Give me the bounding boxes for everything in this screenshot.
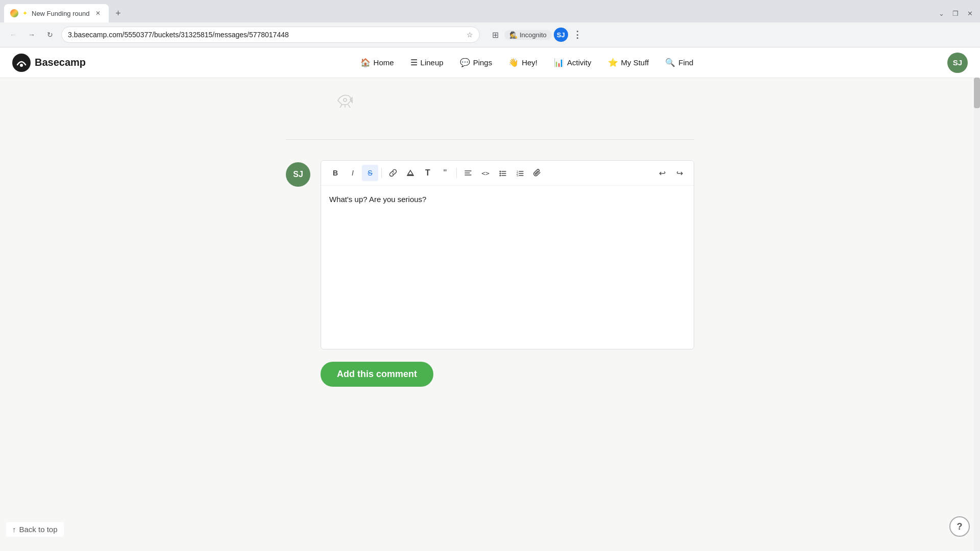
svg-point-0 <box>12 54 31 72</box>
browser-actions: ⊞ 🕵 Incognito SJ ⋮ <box>488 28 584 42</box>
back-to-top-arrow-icon: ↑ <box>12 525 16 534</box>
tab-bar: ✦ New Funding round ✕ + ⌄ ❐ ✕ <box>0 0 980 22</box>
nav-mystuff-label: My Stuff <box>621 58 649 67</box>
tab-title: New Funding round <box>32 10 89 17</box>
svg-point-10 <box>500 173 501 174</box>
nav-hey[interactable]: 👋 Hey! <box>501 54 545 71</box>
strikethrough-button[interactable]: S <box>362 165 378 181</box>
nav-pings[interactable]: 💬 Pings <box>453 54 500 71</box>
refresh-button[interactable]: ↻ <box>43 28 57 42</box>
nav-lineup[interactable]: ☰ Lineup <box>403 54 451 71</box>
incognito-badge: 🕵 Incognito <box>504 30 552 40</box>
content-wrapper: SJ B I S <box>276 78 704 387</box>
numbered-list-button[interactable]: 1. 2. 3. <box>512 165 528 181</box>
forward-button[interactable]: → <box>24 28 39 42</box>
nav-mystuff[interactable]: ⭐ My Stuff <box>601 54 656 71</box>
link-icon <box>389 169 397 177</box>
active-tab[interactable]: ✦ New Funding round ✕ <box>4 4 109 22</box>
back-button[interactable]: ← <box>6 28 20 42</box>
text-size-button[interactable]: T <box>420 165 436 181</box>
mystuff-icon: ⭐ <box>608 58 618 67</box>
main-content: SJ B I S <box>0 78 980 551</box>
attachment-button[interactable] <box>529 165 546 181</box>
comment-section: SJ B I S <box>286 78 694 387</box>
maximize-button[interactable]: ❐ <box>949 7 962 19</box>
comment-row: SJ B I S <box>286 160 694 349</box>
address-bar[interactable]: 3.basecamp.com/5550377/buckets/31325815/… <box>61 27 480 43</box>
bullet-list-icon <box>499 169 507 177</box>
profile-button[interactable]: SJ <box>554 28 568 42</box>
scrollbar-thumb[interactable] <box>974 78 980 108</box>
svg-text:3.: 3. <box>517 174 519 177</box>
nav-pings-label: Pings <box>473 58 493 67</box>
hey-icon: 👋 <box>508 58 519 67</box>
tab-star-icon: ✦ <box>22 10 28 17</box>
quote-button[interactable]: " <box>437 165 453 181</box>
link-button[interactable] <box>385 165 401 181</box>
minimize-button[interactable]: ⌄ <box>935 7 947 19</box>
bookmark-icon[interactable]: ☆ <box>467 31 473 39</box>
toolbar-sep-1 <box>381 168 382 178</box>
extensions-button[interactable]: ⊞ <box>488 28 502 42</box>
submit-area: Add this comment <box>321 362 694 387</box>
svg-point-8 <box>500 171 501 172</box>
back-to-top-button[interactable]: ↑ Back to top <box>6 522 64 537</box>
bold-button[interactable]: B <box>327 165 344 181</box>
nav-lineup-label: Lineup <box>421 58 444 67</box>
nav-find[interactable]: 🔍 Find <box>658 54 700 71</box>
nav-home[interactable]: 🏠 Home <box>353 54 401 71</box>
svg-point-1 <box>20 64 23 67</box>
code-button[interactable]: <> <box>477 165 494 181</box>
bc-logo-text: Basecamp <box>35 57 86 68</box>
nav-activity[interactable]: 📊 Activity <box>547 54 599 71</box>
activity-icon: 📊 <box>554 58 564 67</box>
numbered-list-icon: 1. 2. 3. <box>516 169 524 177</box>
divider <box>286 139 694 140</box>
redo-button[interactable]: ↪ <box>671 165 688 181</box>
incognito-icon: 🕵 <box>509 31 518 39</box>
nav-user-area: SJ <box>947 53 968 73</box>
pings-icon: 💬 <box>460 58 470 67</box>
nav-items: 🏠 Home ☰ Lineup 💬 Pings 👋 Hey! 📊 Activit… <box>106 54 947 71</box>
editor-content: What's up? Are you serious? <box>329 195 426 204</box>
user-avatar[interactable]: SJ <box>947 53 968 73</box>
incognito-label: Incognito <box>520 31 547 39</box>
bullet-list-button[interactable] <box>495 165 511 181</box>
bc-logo-link[interactable]: Basecamp <box>12 54 86 72</box>
align-button[interactable] <box>460 165 476 181</box>
window-controls: ⌄ ❐ ✕ <box>935 7 976 19</box>
attachment-icon <box>533 169 542 177</box>
scrollbar-track[interactable] <box>974 78 980 551</box>
home-icon: 🏠 <box>360 58 371 67</box>
rocket-icon <box>337 93 353 113</box>
editor-container: B I S <box>321 160 694 349</box>
comment-avatar: SJ <box>286 162 310 187</box>
tab-favicon <box>10 9 18 17</box>
lineup-icon: ☰ <box>410 58 418 67</box>
undo-button[interactable]: ↩ <box>654 165 670 181</box>
svg-point-3 <box>344 98 347 102</box>
back-to-top-label: Back to top <box>19 525 58 534</box>
help-button[interactable]: ? <box>949 516 970 537</box>
find-icon: 🔍 <box>665 58 675 67</box>
app-nav: Basecamp 🏠 Home ☰ Lineup 💬 Pings 👋 Hey! … <box>0 47 980 78</box>
highlight-button[interactable] <box>402 165 419 181</box>
highlight-icon <box>406 169 414 177</box>
browser-menu-button[interactable]: ⋮ <box>570 28 584 42</box>
close-button[interactable]: ✕ <box>964 7 976 19</box>
rocket-svg <box>337 93 353 110</box>
add-comment-button[interactable]: Add this comment <box>321 362 433 387</box>
nav-activity-label: Activity <box>567 58 592 67</box>
address-bar-icons: ☆ <box>467 31 473 39</box>
align-icon <box>464 169 472 177</box>
editor-body[interactable]: What's up? Are you serious? <box>321 186 694 349</box>
help-icon: ? <box>957 521 963 532</box>
bc-logo-svg <box>12 54 31 72</box>
italic-button[interactable]: I <box>345 165 361 181</box>
url-text: 3.basecamp.com/5550377/buckets/31325815/… <box>68 31 467 39</box>
tab-close-button[interactable]: ✕ <box>93 9 103 18</box>
toolbar-sep-2 <box>456 168 457 178</box>
address-bar-row: ← → ↻ 3.basecamp.com/5550377/buckets/313… <box>0 22 980 47</box>
new-tab-button[interactable]: + <box>111 6 125 20</box>
svg-point-12 <box>500 175 501 177</box>
